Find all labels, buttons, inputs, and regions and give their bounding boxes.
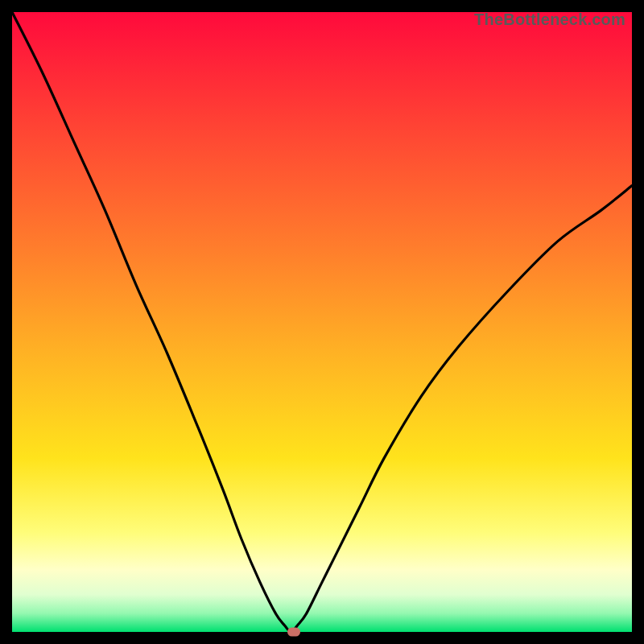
plot-area: TheBottleneck.com (12, 12, 632, 632)
optimum-marker (287, 628, 300, 637)
bottleneck-curve (12, 12, 632, 632)
curve-svg (12, 12, 632, 632)
chart-frame: TheBottleneck.com (0, 0, 644, 644)
